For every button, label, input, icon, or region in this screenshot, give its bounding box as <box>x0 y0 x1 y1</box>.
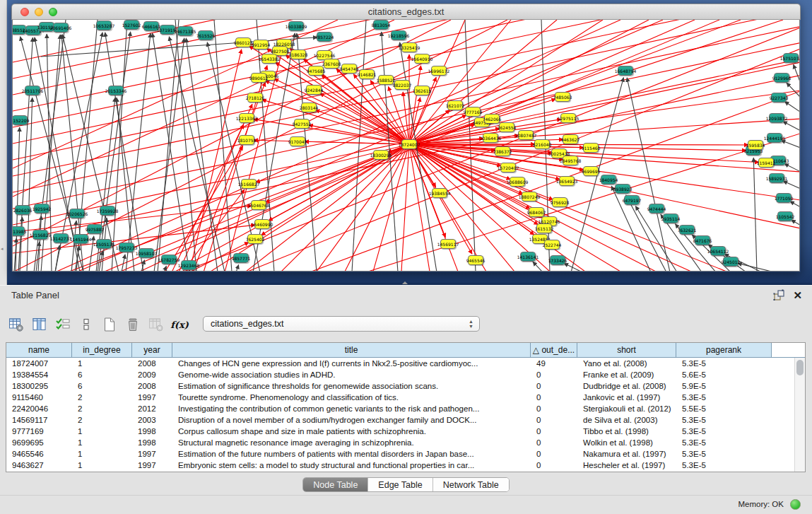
table-scrollbar[interactable] <box>794 358 805 472</box>
network-node[interactable]: 12156829 <box>33 230 48 240</box>
network-node[interactable]: 12923468 <box>181 260 196 270</box>
network-node[interactable]: 15751074 <box>783 53 799 63</box>
table-cell[interactable]: 1 <box>72 426 132 437</box>
network-node[interactable]: 2718126 <box>247 93 263 103</box>
tab-edge-table[interactable]: Edge Table <box>368 478 433 491</box>
network-canvas[interactable]: 2385528140557141301525206914061065328715… <box>12 20 800 271</box>
table-cell[interactable]: Hescheler et al. (1997) <box>577 460 676 471</box>
table-cell[interactable]: 1 <box>72 358 132 369</box>
network-node[interactable]: 7625402 <box>247 234 263 244</box>
table-cell[interactable]: Estimation of significance thresholds fo… <box>172 380 531 392</box>
table-cell[interactable]: 2 <box>72 403 132 414</box>
table-cell[interactable]: 2 <box>72 414 132 426</box>
table-cell[interactable]: 9463627 <box>6 460 72 471</box>
column-header-year[interactable]: year <box>132 343 172 357</box>
network-node[interactable]: 20153346 <box>108 86 124 95</box>
function-builder-icon[interactable]: f(x) <box>170 315 189 334</box>
network-node[interactable]: 15046768 <box>251 200 266 210</box>
table-row[interactable]: 1938455462009Genome-wide association stu… <box>6 369 794 380</box>
zoom-window-icon[interactable] <box>49 8 57 16</box>
table-cell[interactable]: Estimation of the future numbers of pati… <box>172 448 531 460</box>
network-node[interactable]: 9975887 <box>87 224 102 234</box>
panel-splitter-handle[interactable] <box>401 281 409 284</box>
table-cell[interactable]: Changes of HCN gene expression and I(f) … <box>172 358 531 369</box>
network-node[interactable]: 8427552 <box>294 119 310 129</box>
table-cell[interactable]: Stergiakouli et al. (2012) <box>577 403 676 414</box>
network-node[interactable]: 18495768 <box>563 156 578 165</box>
network-node[interactable]: 8454749 <box>341 64 357 74</box>
network-node[interactable]: 8813054 <box>373 20 389 30</box>
network-node[interactable]: 8912954 <box>253 40 269 49</box>
table-cell[interactable]: 19384554 <box>6 369 72 380</box>
table-combobox[interactable]: citations_edges.txt ▲▼ <box>203 316 480 332</box>
table-row[interactable]: 911546021997Tourette syndrome. Phenomeno… <box>6 392 794 403</box>
network-node[interactable]: 18300295 <box>373 150 389 160</box>
table-cell[interactable]: 9465546 <box>6 448 72 460</box>
table-cell[interactable]: 5.3E-5 <box>676 437 772 448</box>
column-header-pagerank[interactable]: pagerank <box>676 343 772 357</box>
network-node[interactable]: 1840954 <box>601 175 616 185</box>
table-cell[interactable]: 1 <box>72 448 132 460</box>
network-node[interactable]: 7615526 <box>198 30 213 40</box>
network-node[interactable]: 9857771 <box>233 253 249 263</box>
table-cell[interactable]: 0 <box>531 392 577 403</box>
network-node[interactable]: 16648794 <box>618 66 633 76</box>
table-cell[interactable]: 2008 <box>132 380 172 392</box>
create-column-icon[interactable] <box>100 315 119 334</box>
table-cell[interactable]: 0 <box>531 380 577 392</box>
network-node[interactable]: 13325419 <box>401 42 417 52</box>
table-row[interactable]: 1872400712008Changes of HCN gene express… <box>6 358 794 369</box>
network-node[interactable]: 12093872 <box>769 113 784 123</box>
select-columns-icon[interactable] <box>54 315 72 334</box>
network-node[interactable]: 9890612 <box>251 73 266 83</box>
column-header-title[interactable]: title <box>172 343 531 357</box>
network-node[interactable]: 20691406 <box>53 23 69 33</box>
network-node[interactable]: 18807249 <box>522 192 537 201</box>
table-cell[interactable]: 5.3E-5 <box>676 392 772 403</box>
table-cell[interactable]: 22420046 <box>6 403 72 414</box>
network-node[interactable]: 10653287 <box>96 21 112 30</box>
network-node[interactable]: 1362615 <box>414 86 430 95</box>
network-node[interactable]: 12505135 <box>96 239 112 249</box>
table-row[interactable]: 969969511998Structural magnetic resonanc… <box>6 437 794 448</box>
network-node[interactable]: 2826036 <box>15 205 30 215</box>
table-cell[interactable]: 0 <box>531 437 577 448</box>
tab-node-table[interactable]: Node Table <box>303 478 368 491</box>
network-node[interactable]: 15460990 <box>254 219 270 229</box>
table-cell[interactable]: Wolkin et al. (1998) <box>577 437 676 448</box>
table-cell[interactable]: 2008 <box>132 358 172 369</box>
network-node[interactable]: 12444195 <box>767 133 782 143</box>
network-node[interactable]: 10958107 <box>139 248 154 258</box>
table-cell[interactable]: 5.5E-5 <box>676 403 772 414</box>
table-cell[interactable]: 5.3E-5 <box>676 460 772 471</box>
table-cell[interactable]: de Silva et al. (2003) <box>577 414 676 426</box>
network-node[interactable]: 7386372 <box>495 146 510 156</box>
column-header-in_degree[interactable]: in_degree <box>72 343 132 357</box>
network-node[interactable]: 1771050 <box>776 193 792 203</box>
network-node[interactable]: 9475685 <box>308 66 324 76</box>
table-cell[interactable]: 1997 <box>132 392 172 403</box>
network-node[interactable]: 9170047 <box>290 136 305 146</box>
network-node[interactable]: 9474444 <box>649 204 664 214</box>
network-node[interactable]: 9129966 <box>774 73 789 83</box>
table-cell[interactable]: 9699695 <box>6 437 72 448</box>
network-node[interactable]: 11451944 <box>73 234 88 244</box>
network-node[interactable]: 19218596 <box>391 30 406 40</box>
table-cell[interactable]: Investigating the contribution of common… <box>172 403 531 414</box>
table-cell[interactable]: 1998 <box>132 437 172 448</box>
column-header-out_de[interactable]: △ out_de... <box>531 343 577 357</box>
network-node[interactable]: 9777169 <box>465 107 481 117</box>
network-node[interactable]: 9245012 <box>723 257 739 267</box>
table-cell[interactable]: 5.6E-5 <box>676 369 772 380</box>
network-node[interactable]: 3624554 <box>499 122 514 132</box>
network-node[interactable]: 8938923 <box>615 184 630 194</box>
network-node[interactable]: 9756928 <box>552 197 567 207</box>
network-node[interactable]: 9684067 <box>529 207 544 217</box>
network-node[interactable]: 1810755 <box>239 135 254 145</box>
network-node[interactable]: 15892931 <box>769 173 784 183</box>
table-cell[interactable]: 9115460 <box>6 392 72 403</box>
network-node[interactable]: 13654923 <box>559 176 575 186</box>
network-node[interactable]: 9699695 <box>583 166 599 176</box>
network-node[interactable]: 8471676 <box>695 235 710 245</box>
table-cell[interactable]: Franke et al. (2009) <box>577 369 676 380</box>
